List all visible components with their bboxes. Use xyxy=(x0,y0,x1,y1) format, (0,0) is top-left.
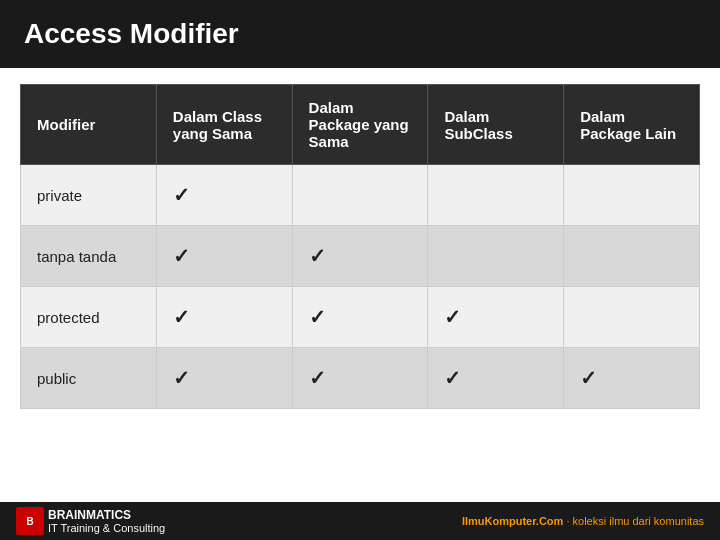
col-modifier: Modifier xyxy=(21,85,157,165)
footer-left: B BRAINMATICS IT Training & Consulting xyxy=(16,507,165,535)
check-cell: ✓ xyxy=(428,348,564,409)
check-cell xyxy=(428,165,564,226)
check-cell: ✓ xyxy=(156,348,292,409)
check-cell: ✓ xyxy=(156,287,292,348)
website-tagline: koleksi ilmu dari komunitas xyxy=(573,515,704,527)
brand-logo: B BRAINMATICS IT Training & Consulting xyxy=(16,507,165,535)
brand-name: BRAINMATICS xyxy=(48,508,165,522)
check-cell: ✓ xyxy=(156,226,292,287)
check-cell xyxy=(564,226,700,287)
modifier-cell: public xyxy=(21,348,157,409)
modifier-cell: protected xyxy=(21,287,157,348)
col-dalam-package-lain: Dalam Package Lain xyxy=(564,85,700,165)
check-cell: ✓ xyxy=(156,165,292,226)
col-dalam-subclass: Dalam SubClass xyxy=(428,85,564,165)
check-cell xyxy=(564,165,700,226)
modifier-cell: private xyxy=(21,165,157,226)
table-wrapper: Modifier Dalam Class yang Sama Dalam Pac… xyxy=(0,68,720,425)
check-cell: ✓ xyxy=(292,348,428,409)
header: Access Modifier xyxy=(0,0,720,68)
website-name: IlmuKomputer.Com xyxy=(462,515,563,527)
access-modifier-table: Modifier Dalam Class yang Sama Dalam Pac… xyxy=(20,84,700,409)
footer: B BRAINMATICS IT Training & Consulting I… xyxy=(0,502,720,540)
brand-text-block: BRAINMATICS IT Training & Consulting xyxy=(48,508,165,534)
check-cell: ✓ xyxy=(292,287,428,348)
col-dalam-class: Dalam Class yang Sama xyxy=(156,85,292,165)
check-cell xyxy=(292,165,428,226)
table-row: private✓ xyxy=(21,165,700,226)
check-cell: ✓ xyxy=(564,348,700,409)
brand-logo-box: B xyxy=(16,507,44,535)
footer-right: IlmuKomputer.Com · koleksi ilmu dari kom… xyxy=(462,515,704,527)
table-row: public✓✓✓✓ xyxy=(21,348,700,409)
table-row: tanpa tanda✓✓ xyxy=(21,226,700,287)
table-header-row: Modifier Dalam Class yang Sama Dalam Pac… xyxy=(21,85,700,165)
page-title: Access Modifier xyxy=(24,18,239,49)
check-cell xyxy=(564,287,700,348)
table-row: protected✓✓✓ xyxy=(21,287,700,348)
col-dalam-package: Dalam Package yang Sama xyxy=(292,85,428,165)
brand-sub: IT Training & Consulting xyxy=(48,522,165,534)
modifier-cell: tanpa tanda xyxy=(21,226,157,287)
check-cell: ✓ xyxy=(428,287,564,348)
check-cell: ✓ xyxy=(292,226,428,287)
check-cell xyxy=(428,226,564,287)
